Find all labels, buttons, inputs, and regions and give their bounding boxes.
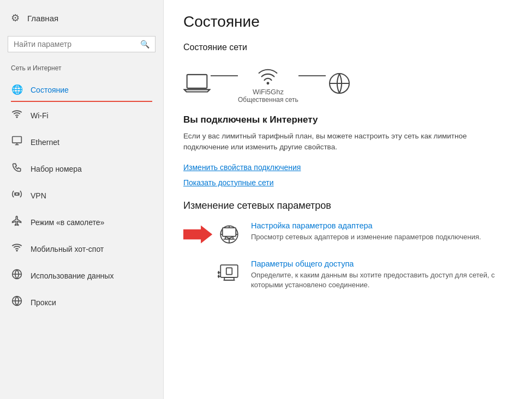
sidebar-item-label: Состояние — [31, 86, 69, 94]
sidebar-item-status[interactable]: 🌐 Состояние — [0, 77, 163, 102]
arrow-indicator — [183, 225, 213, 246]
monitor-icon — [11, 135, 23, 149]
wifi-name: WiFi5Ghz — [238, 88, 298, 96]
sidebar-section-label: Сеть и Интернет — [0, 61, 163, 77]
link-properties[interactable]: Изменить свойства подключения — [183, 163, 512, 172]
adapter-settings-icon — [218, 223, 241, 246]
sidebar-item-data[interactable]: Использование данных — [0, 262, 163, 289]
adapter-icon — [216, 221, 242, 247]
adapter-text-block: Настройка параметров адаптера Просмотр с… — [251, 221, 512, 243]
search-input[interactable] — [14, 40, 140, 49]
connected-title: Вы подключены к Интернету — [183, 114, 512, 125]
svg-rect-25 — [220, 265, 238, 277]
gear-icon: ⚙ — [11, 12, 20, 24]
wifi-diagram-icon — [254, 63, 282, 88]
network-type: Общественная сеть — [238, 96, 298, 104]
svg-point-5 — [16, 250, 17, 251]
sidebar-item-label: Прокси — [31, 298, 56, 307]
laptop-icon-container — [183, 71, 211, 96]
page-title: Состояние — [183, 13, 512, 31]
sidebar-item-label: Мобильный хот-спот — [31, 245, 104, 253]
svg-point-11 — [267, 82, 270, 84]
sidebar-home-label: Главная — [27, 14, 58, 23]
proxy-icon — [11, 295, 23, 309]
svg-point-4 — [16, 193, 19, 196]
globe-icon: 🌐 — [11, 84, 23, 95]
sidebar-item-label: Wi-Fi — [31, 111, 49, 120]
svg-rect-1 — [13, 137, 22, 143]
data-icon — [11, 269, 23, 282]
search-box[interactable]: 🔍 — [8, 36, 156, 52]
sidebar-item-label: Использование данных — [31, 271, 113, 280]
sidebar-item-vpn[interactable]: VPN — [0, 182, 163, 209]
vpn-icon — [11, 189, 23, 202]
adapter-desc: Просмотр сетевых адаптеров и изменение п… — [251, 232, 512, 243]
airplane-icon — [11, 215, 23, 229]
adapter-title[interactable]: Настройка параметров адаптера — [251, 221, 512, 230]
sharing-text-block: Параметры общего доступа Определите, к к… — [251, 259, 512, 291]
search-icon: 🔍 — [140, 40, 150, 49]
globe-diagram-icon — [326, 71, 353, 96]
phone-icon — [11, 162, 23, 176]
sharing-title[interactable]: Параметры общего доступа — [251, 259, 512, 268]
setting-adapter: Настройка параметров адаптера Просмотр с… — [183, 221, 512, 247]
link-networks[interactable]: Показать доступные сети — [183, 178, 512, 187]
setting-sharing: Параметры общего доступа Определите, к к… — [183, 259, 512, 291]
sidebar-item-hotspot[interactable]: Мобильный хот-спот — [0, 235, 163, 262]
hotspot-icon — [11, 242, 23, 256]
svg-rect-21 — [223, 227, 236, 236]
network-diagram: WiFi5Ghz Общественная сеть — [183, 63, 512, 104]
sidebar: ⚙ Главная 🔍 Сеть и Интернет 🌐 Состояние … — [0, 0, 164, 399]
laptop-icon — [183, 71, 211, 96]
sharing-desc: Определите, к каким данным вы хотите пре… — [251, 270, 512, 291]
sidebar-item-dialup[interactable]: Набор номера — [0, 155, 163, 182]
sidebar-item-wifi[interactable]: Wi-Fi — [0, 102, 163, 129]
svg-rect-10 — [187, 74, 207, 88]
sidebar-item-label: VPN — [31, 191, 46, 200]
sharing-icon — [216, 259, 242, 286]
change-section-title: Изменение сетевых параметров — [183, 200, 512, 211]
svg-marker-14 — [183, 225, 212, 243]
sidebar-item-label: Набор номера — [31, 165, 82, 173]
globe-icon-container — [326, 71, 353, 96]
connected-desc: Если у вас лимитный тарифный план, вы мо… — [183, 131, 467, 153]
sidebar-item-label: Режим «в самолете» — [31, 218, 104, 227]
red-arrow-icon — [183, 225, 213, 244]
sidebar-item-ethernet[interactable]: Ethernet — [0, 129, 163, 155]
sidebar-item-proxy[interactable]: Прокси — [0, 289, 163, 316]
sharing-settings-icon — [218, 261, 241, 284]
svg-point-0 — [16, 117, 17, 118]
svg-rect-27 — [226, 268, 232, 274]
network-status-title: Состояние сети — [183, 43, 512, 52]
sidebar-item-home[interactable]: ⚙ Главная — [0, 5, 163, 31]
line-1 — [211, 75, 238, 76]
wifi-icon — [11, 108, 23, 122]
sidebar-item-label: Ethernet — [31, 138, 59, 147]
sidebar-item-airplane[interactable]: Режим «в самолете» — [0, 209, 163, 235]
main-content: Состояние Состояние сети WiFi5Ghz Общест… — [164, 0, 532, 399]
wifi-icon-container: WiFi5Ghz Общественная сеть — [238, 63, 298, 104]
line-2 — [298, 75, 326, 76]
